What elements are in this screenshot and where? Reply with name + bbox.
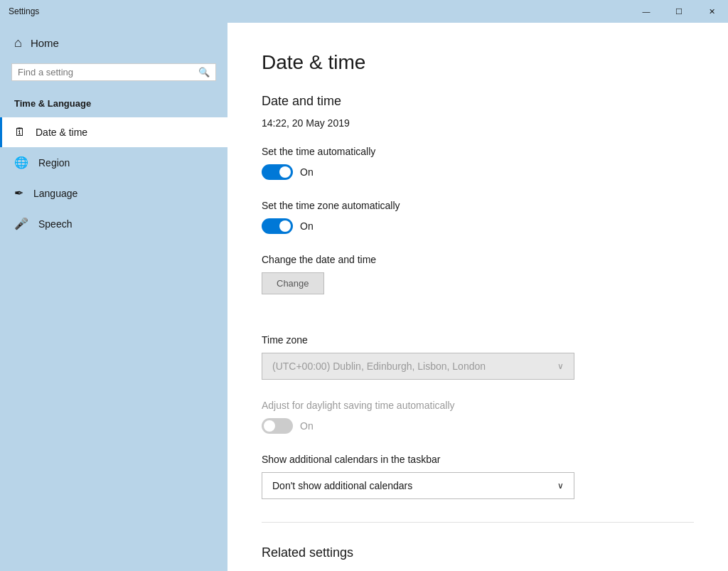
sidebar-item-language[interactable]: ✒ Language [0,178,228,208]
sidebar-item-language-label: Language [33,188,77,199]
search-input[interactable] [18,67,194,78]
minimize-button[interactable]: — [630,0,663,23]
set-timezone-auto-group: Set the time zone automatically On [262,200,694,234]
sidebar-item-region[interactable]: 🌐 Region [0,147,228,178]
additional-calendars-label: Show additional calendars in the taskbar [262,454,694,465]
globe-icon: 🌐 [14,156,28,169]
language-icon: ✒ [14,186,23,200]
app-body: ⌂ Home 🔍 Time & Language 🗓 Date & time 🌐… [0,23,728,571]
timezone-group: Time zone (UTC+00:00) Dublin, Edinburgh,… [262,334,694,380]
main-content: Date & time Date and time 14:22, 20 May … [228,23,728,571]
daylight-saving-label: Adjust for daylight saving time automati… [262,400,694,411]
chevron-down-icon: ∨ [557,361,564,371]
additional-calendars-value: Don't show additional calendars [272,480,412,491]
change-datetime-label: Change the date and time [262,254,694,265]
app-title: Settings [9,6,39,16]
chevron-down-icon-2: ∨ [557,481,564,491]
set-timezone-auto-label: Set the time zone automatically [262,200,694,211]
sidebar-section-title: Time & Language [0,92,228,117]
home-label: Home [31,37,59,49]
search-box[interactable]: 🔍 [11,63,216,81]
set-time-auto-toggle[interactable] [262,164,293,180]
maximize-button[interactable]: ☐ [663,0,695,23]
home-nav-item[interactable]: ⌂ Home [0,23,228,63]
sidebar-item-speech-label: Speech [38,218,72,230]
set-timezone-auto-row: On [262,218,694,234]
additional-calendars-dropdown[interactable]: Don't show additional calendars ∨ [262,472,574,499]
set-time-auto-row: On [262,164,694,180]
divider [262,522,694,523]
close-button[interactable]: ✕ [695,0,728,23]
set-time-auto-group: Set the time automatically On [262,146,694,180]
set-timezone-auto-toggle-label: On [300,220,314,232]
date-time-section-title: Date and time [262,94,694,109]
sidebar-item-speech[interactable]: 🎤 Speech [0,208,228,239]
page-title: Date & time [262,51,694,74]
daylight-saving-group: Adjust for daylight saving time automati… [262,400,694,434]
sidebar-item-date-time-label: Date & time [36,127,87,138]
daylight-saving-toggle [262,418,293,434]
set-timezone-auto-toggle[interactable] [262,218,293,234]
window-controls: — ☐ ✕ [630,0,728,23]
current-time: 14:22, 20 May 2019 [262,117,694,129]
related-settings-group: Related settings Date, time & regional f… [262,545,694,571]
toggle-knob-3 [264,420,275,432]
set-time-auto-toggle-label: On [300,166,314,178]
timezone-label: Time zone [262,334,694,346]
home-icon: ⌂ [14,36,22,50]
set-time-auto-label: Set the time automatically [262,146,694,157]
toggle-knob-2 [279,220,291,232]
related-settings-title: Related settings [262,545,694,560]
toggle-knob [279,166,291,178]
search-icon: 🔍 [198,67,210,78]
sidebar-item-region-label: Region [38,157,70,169]
additional-calendars-group: Show additional calendars in the taskbar… [262,454,694,499]
daylight-saving-toggle-label: On [300,420,314,432]
sidebar-item-date-time[interactable]: 🗓 Date & time [0,117,228,147]
change-button[interactable]: Change [262,272,324,294]
daylight-saving-row: On [262,418,694,434]
timezone-value: (UTC+00:00) Dublin, Edinburgh, Lisbon, L… [272,361,486,372]
sidebar: ⌂ Home 🔍 Time & Language 🗓 Date & time 🌐… [0,23,228,571]
change-datetime-group: Change the date and time Change [262,254,694,314]
title-bar: Settings — ☐ ✕ [0,0,728,23]
microphone-icon: 🎤 [14,217,28,230]
calendar-icon: 🗓 [14,126,26,139]
timezone-dropdown[interactable]: (UTC+00:00) Dublin, Edinburgh, Lisbon, L… [262,353,574,380]
